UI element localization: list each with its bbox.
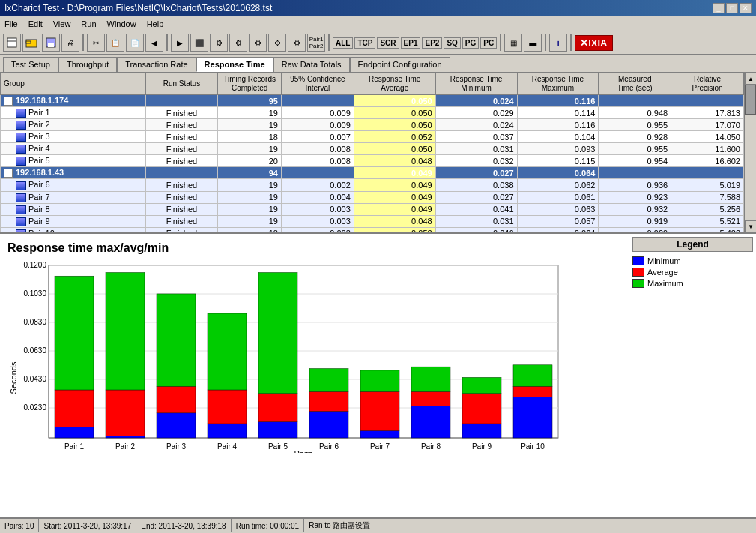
menu-window[interactable]: Window — [106, 19, 138, 28]
tb-stop[interactable]: ⬛ — [190, 34, 208, 52]
tb-btn4[interactable]: ⚙ — [229, 34, 247, 52]
pair-min-cell: 0.027 — [435, 191, 517, 203]
tab-raw-data[interactable]: Raw Data Totals — [273, 57, 350, 72]
tb-copy[interactable]: 📋 — [106, 34, 124, 52]
expand-icon[interactable]: - — [4, 169, 13, 178]
separator-3 — [328, 34, 330, 51]
chart-legend: Legend Minimum Average Maximum — [629, 234, 756, 517]
legend-color-min — [632, 256, 644, 265]
pair-time-cell: 0.923 — [599, 191, 671, 203]
menu-view[interactable]: View — [52, 19, 73, 28]
tb-btn5[interactable]: ⚙ — [249, 34, 267, 52]
status-bar: Pairs: 10 Start: 2011-3-20, 13:39:17 End… — [0, 517, 756, 532]
scroll-thumb[interactable] — [745, 85, 756, 115]
pair-max-cell: 0.104 — [517, 131, 599, 143]
tb-back[interactable]: ◀ — [145, 34, 163, 52]
menu-help[interactable]: Help — [145, 19, 166, 28]
pair-avg-cell: 0.052 — [354, 131, 435, 143]
group-name-cell: -192.168.1.43 — [1, 167, 146, 179]
group-records-cell: 94 — [218, 167, 282, 179]
tab-test-setup[interactable]: Test Setup — [3, 57, 58, 72]
tb-btn7[interactable]: ⚙ — [288, 34, 306, 52]
menu-file[interactable]: File — [3, 19, 19, 28]
pair-prec-cell: 7.588 — [671, 191, 744, 203]
table-scrollbar[interactable]: ▲ ▼ — [744, 73, 756, 232]
tb-help[interactable]: i — [549, 34, 567, 52]
pair-max-cell: 0.093 — [517, 143, 599, 155]
tb-paste[interactable]: 📄 — [126, 34, 144, 52]
tb-cut[interactable]: ✂ — [87, 34, 105, 52]
maximize-button[interactable]: □ — [726, 3, 738, 13]
tb-open[interactable] — [22, 34, 40, 52]
tb-ep1[interactable]: EP1 — [401, 37, 421, 49]
scroll-down-button[interactable]: ▼ — [745, 220, 756, 232]
tb-pair1[interactable]: Pair1Pair2 — [307, 34, 325, 52]
tb-diag1[interactable]: ▦ — [504, 34, 522, 52]
scroll-track — [745, 85, 756, 220]
group-prec-cell — [671, 95, 744, 107]
main-content: Group Run Status Timing RecordsCompleted… — [0, 73, 756, 517]
bar-max-5 — [309, 369, 348, 392]
tb-print[interactable]: 🖨 — [61, 34, 79, 52]
pair-prec-cell: 5.521 — [671, 215, 744, 227]
tb-run[interactable]: ▶ — [171, 34, 189, 52]
group-records-cell: 95 — [218, 95, 282, 107]
pair-records-cell: 19 — [218, 203, 282, 215]
legend-label-max: Maximum — [647, 279, 683, 288]
menu-run[interactable]: Run — [79, 19, 97, 28]
bar-max-8 — [462, 377, 501, 393]
bar-avg-0 — [55, 390, 94, 427]
pair-prec-cell: 11.600 — [671, 143, 744, 155]
pair-min-cell: 0.031 — [435, 143, 517, 155]
tab-throughput[interactable]: Throughput — [58, 57, 117, 72]
tab-transaction-rate[interactable]: Transaction Rate — [117, 57, 196, 72]
status-runtime: Run time: 00:00:01 — [232, 519, 305, 532]
tb-ep2[interactable]: EP2 — [422, 37, 442, 49]
pair-avg-cell: 0.048 — [354, 155, 435, 167]
group-time-cell — [599, 167, 671, 179]
tb-btn6[interactable]: ⚙ — [268, 34, 286, 52]
group-prec-cell — [671, 167, 744, 179]
pair-min-cell: 0.037 — [435, 131, 517, 143]
tb-new[interactable] — [3, 34, 21, 52]
tb-pg[interactable]: PG — [462, 37, 479, 49]
bar-max-1 — [106, 272, 145, 389]
pair-prec-cell: 5.422 — [671, 227, 744, 234]
pair-ci-cell: 0.008 — [281, 155, 354, 167]
scroll-up-button[interactable]: ▲ — [745, 73, 756, 85]
menu-edit[interactable]: Edit — [27, 19, 44, 28]
close-button[interactable]: ✕ — [740, 3, 752, 13]
tb-diag2[interactable]: ▬ — [524, 34, 542, 52]
x-label-9: Pair 10 — [521, 442, 545, 451]
pair-ci-cell: 0.009 — [281, 107, 354, 119]
tb-all[interactable]: ALL — [333, 37, 353, 49]
table-row: -192.168.1.43 94 0.049 0.027 0.064 — [1, 167, 744, 179]
svg-rect-5 — [48, 43, 54, 47]
status-end: End: 2011-3-20, 13:39:18 — [136, 519, 231, 532]
table-row: Pair 8 Finished 19 0.003 0.049 0.041 0.0… — [1, 203, 744, 215]
tab-response-time[interactable]: Response Time — [196, 57, 273, 72]
tb-btn3[interactable]: ⚙ — [210, 34, 228, 52]
title-text: IxChariot Test - D:\Program Files\NetIQ\… — [4, 3, 272, 13]
tb-scr[interactable]: SCR — [377, 37, 399, 49]
tb-sq[interactable]: SQ — [444, 37, 460, 49]
pair-ci-cell: 0.003 — [281, 227, 354, 234]
pair-time-cell: 0.955 — [599, 143, 671, 155]
minimize-button[interactable]: _ — [713, 3, 725, 13]
pair-min-cell: 0.038 — [435, 179, 517, 191]
expand-icon[interactable]: - — [4, 97, 13, 106]
svg-text:0.1030: 0.1030 — [23, 289, 46, 298]
tb-pc[interactable]: PC — [480, 37, 497, 49]
tb-save[interactable] — [42, 34, 60, 52]
pair-name-cell: Pair 1 — [1, 107, 146, 119]
pair-min-cell: 0.031 — [435, 215, 517, 227]
tab-endpoint-config[interactable]: Endpoint Configuration — [350, 57, 450, 72]
pair-time-cell: 0.928 — [599, 131, 671, 143]
tb-tcp[interactable]: TCP — [354, 37, 375, 49]
svg-text:0.0830: 0.0830 — [23, 318, 46, 326]
bar-avg-7 — [411, 391, 450, 406]
pair-name-cell: Pair 10 — [1, 227, 146, 234]
pair-max-cell: 0.116 — [517, 119, 599, 131]
bar-max-9 — [513, 365, 552, 386]
ixia-logo: ✕IXIA — [575, 35, 612, 51]
